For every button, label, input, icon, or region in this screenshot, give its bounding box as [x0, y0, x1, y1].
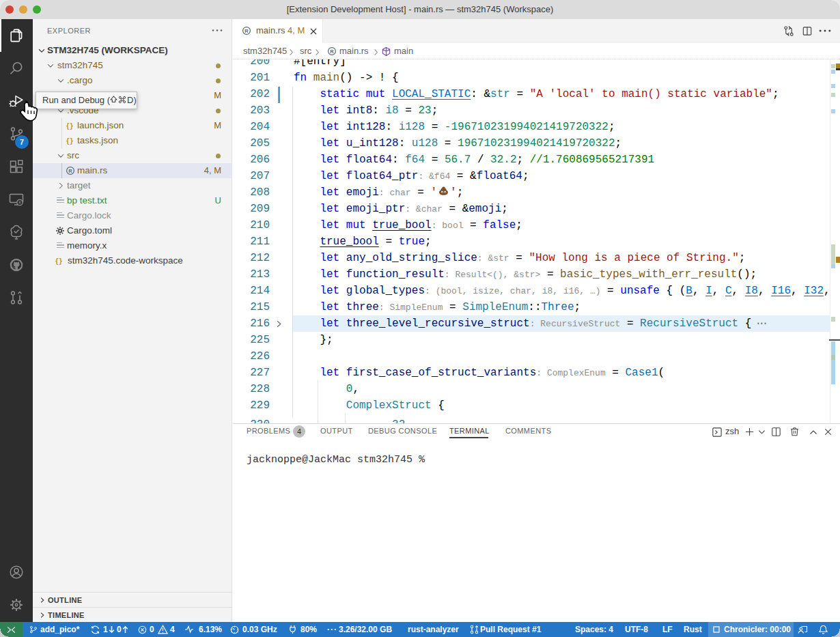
svg-text:R: R — [330, 48, 334, 55]
svg-text:R: R — [244, 28, 249, 34]
svg-text:R: R — [68, 168, 72, 174]
